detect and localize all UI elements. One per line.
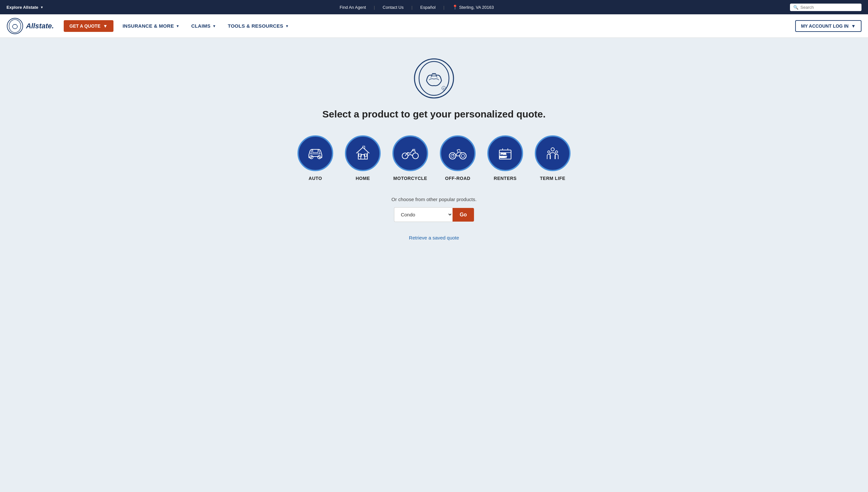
off-road-circle[interactable] — [440, 136, 476, 171]
claims-chevron-icon: ▼ — [213, 24, 216, 28]
top-nav-links: Find An Agent | Contact Us | Español | 📍… — [340, 4, 494, 10]
svg-point-20 — [551, 148, 554, 151]
insurance-chevron-icon: ▼ — [176, 24, 180, 28]
renters-label: RENTERS — [494, 176, 517, 181]
insurance-nav-item[interactable]: INSURANCE & MORE ▼ — [117, 21, 185, 31]
svg-point-12 — [413, 153, 418, 159]
my-account-button[interactable]: MY ACCOUNT LOG IN ▼ — [795, 20, 862, 32]
auto-circle[interactable] — [297, 136, 333, 171]
separator-1: | — [374, 5, 375, 10]
go-button[interactable]: Go — [452, 208, 474, 222]
allstate-logo-large: ® — [413, 57, 455, 100]
motorcycle-circle[interactable] — [392, 136, 428, 171]
brand-label: Explore Allstate — [6, 5, 38, 10]
svg-point-14 — [460, 153, 466, 159]
allstate-logo-icon — [6, 18, 23, 34]
home-circle[interactable] — [345, 136, 381, 171]
retrieve-quote-link[interactable]: Retrieve a saved quote — [409, 235, 459, 241]
location-text: Sterling, VA 20163 — [459, 5, 494, 10]
nav-items: GET A QUOTE ▼ INSURANCE & MORE ▼ CLAIMS … — [64, 20, 795, 32]
product-term-life[interactable]: TERM LIFE — [535, 136, 571, 181]
off-road-icon — [448, 144, 468, 163]
product-off-road[interactable]: OFF-ROAD — [440, 136, 476, 181]
off-road-label: OFF-ROAD — [445, 176, 470, 181]
tools-chevron-icon: ▼ — [285, 24, 289, 28]
location-pin-icon: 📍 — [452, 4, 458, 10]
headline-text: Select a product to get your personalize… — [322, 109, 546, 120]
logo-text: Allstate. — [26, 22, 54, 30]
svg-text:®: ® — [443, 87, 445, 90]
renters-circle[interactable]: FOR RENT — [487, 136, 523, 171]
main-nav: Allstate. GET A QUOTE ▼ INSURANCE & MORE… — [0, 14, 868, 38]
separator-2: | — [411, 5, 412, 10]
claims-nav-item[interactable]: CLAIMS ▼ — [186, 21, 221, 31]
auto-icon — [306, 144, 325, 163]
get-quote-button[interactable]: GET A QUOTE ▼ — [64, 20, 113, 32]
svg-point-2 — [415, 59, 453, 98]
product-home[interactable]: HOME — [345, 136, 381, 181]
product-renters[interactable]: FOR RENT RENTERS — [487, 136, 523, 181]
svg-point-16 — [461, 154, 465, 157]
svg-point-21 — [548, 151, 550, 153]
search-icon: 🔍 — [793, 5, 798, 10]
term-life-label: TERM LIFE — [540, 176, 565, 181]
product-dropdown-row: CondoBoatBusinessCommercial AutoDentalFl… — [394, 207, 474, 222]
svg-text:RENT: RENT — [500, 155, 507, 158]
product-motorcycle[interactable]: MOTORCYCLE — [392, 136, 428, 181]
top-bar: Explore Allstate ▼ Find An Agent | Conta… — [0, 0, 868, 14]
auto-label: AUTO — [309, 176, 322, 181]
separator-3: | — [443, 5, 444, 10]
svg-point-1 — [9, 20, 21, 32]
motorcycle-label: MOTORCYCLE — [393, 176, 427, 181]
renters-icon: FOR RENT — [495, 144, 515, 163]
main-content: ® Select a product to get your personali… — [0, 38, 868, 492]
search-box[interactable]: 🔍 — [790, 4, 862, 11]
explore-chevron: ▼ — [40, 5, 44, 9]
term-life-circle[interactable] — [535, 136, 571, 171]
home-icon — [353, 144, 373, 163]
home-label: HOME — [356, 176, 370, 181]
product-select[interactable]: CondoBoatBusinessCommercial AutoDentalFl… — [394, 207, 452, 222]
product-grid: AUTO HOME — [297, 136, 571, 181]
product-auto[interactable]: AUTO — [297, 136, 333, 181]
contact-us-link[interactable]: Contact Us — [383, 5, 403, 10]
espanol-link[interactable]: Español — [420, 5, 436, 10]
search-area: 🔍 — [790, 4, 862, 11]
find-agent-link[interactable]: Find An Agent — [340, 5, 366, 10]
svg-point-0 — [7, 18, 23, 34]
get-quote-chevron-icon: ▼ — [103, 23, 108, 29]
svg-point-22 — [556, 151, 558, 153]
my-account-chevron-icon: ▼ — [851, 23, 856, 29]
explore-allstate[interactable]: Explore Allstate ▼ — [6, 5, 44, 10]
other-products-section: Or choose from other popular products. C… — [391, 197, 477, 222]
term-life-icon — [543, 144, 562, 163]
motorcycle-icon — [400, 144, 420, 163]
svg-point-3 — [419, 62, 449, 95]
location-display[interactable]: 📍 Sterling, VA 20163 — [452, 4, 494, 10]
logo-area[interactable]: Allstate. — [6, 18, 54, 34]
tools-nav-item[interactable]: TOOLS & RESOURCES ▼ — [223, 21, 294, 31]
search-input[interactable] — [800, 5, 858, 10]
other-products-text: Or choose from other popular products. — [391, 197, 477, 202]
